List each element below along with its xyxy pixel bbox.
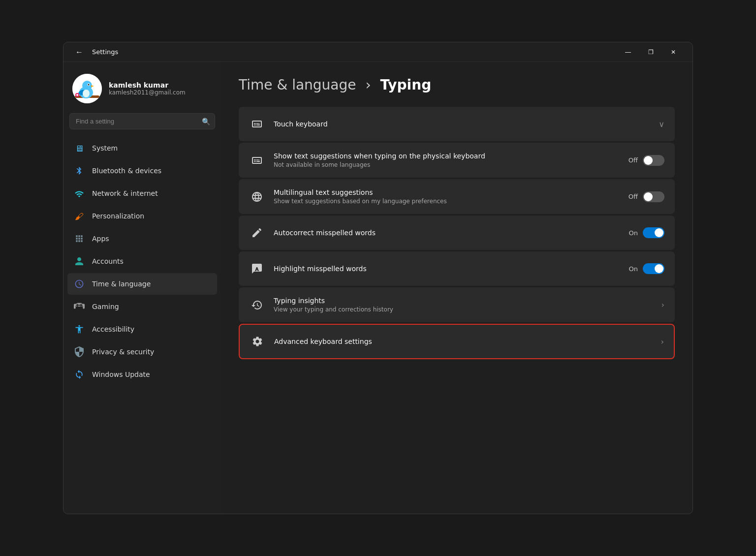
advanced-keyboard-title: Advanced keyboard settings (274, 338, 652, 345)
nav-label-gaming: Gaming (92, 303, 119, 310)
titlebar-title: Settings (92, 48, 118, 56)
touch-keyboard-right: ∨ (659, 120, 664, 129)
system-icon: 🖥 (73, 142, 85, 154)
text-suggestions-toggle-label: Off (629, 156, 638, 164)
text-suggestions-toggle[interactable] (643, 155, 664, 166)
nav-list: 🖥 System Bluetooth & devices Network & i… (67, 137, 217, 385)
nav-label-accessibility: Accessibility (92, 325, 134, 333)
svg-point-8 (83, 90, 90, 97)
privacy-icon (73, 346, 85, 358)
typing-insights-icon (249, 297, 265, 313)
sidebar-item-gaming[interactable]: Gaming (67, 296, 217, 317)
network-icon (73, 187, 85, 199)
back-button[interactable]: ← (71, 46, 87, 59)
setting-advanced-keyboard[interactable]: Advanced keyboard settings › (239, 324, 675, 359)
svg-point-10 (76, 94, 78, 96)
nav-label-time: Time & language (92, 280, 151, 288)
multilingual-content: Multilingual text suggestions Show text … (274, 188, 620, 205)
close-button[interactable]: ✕ (662, 44, 685, 60)
nav-label-update: Windows Update (92, 371, 150, 378)
autocorrect-right: On (629, 227, 664, 238)
user-section: kamlesh kumar kamlesh2011@gmail.com (67, 68, 217, 113)
search-input[interactable] (69, 113, 215, 129)
user-name: kamlesh kumar (109, 81, 186, 89)
autocorrect-toggle[interactable] (643, 227, 664, 238)
search-box: 🔍 (69, 113, 215, 129)
main-content: Time & language › Typing Touch keyboard … (221, 62, 693, 514)
autocorrect-icon (249, 225, 265, 241)
sidebar-item-bluetooth[interactable]: Bluetooth & devices (67, 160, 217, 182)
titlebar-controls: — ❐ ✕ (617, 44, 685, 60)
gaming-icon (73, 301, 85, 312)
multilingual-icon (249, 189, 265, 205)
apps-icon (73, 233, 85, 245)
content-area: kamlesh kumar kamlesh2011@gmail.com 🔍 🖥 … (63, 62, 693, 514)
typing-insights-title: Typing insights (274, 297, 653, 305)
highlight-right: On (629, 263, 664, 274)
user-email: kamlesh2011@gmail.com (109, 89, 186, 96)
nav-label-privacy: Privacy & security (92, 348, 154, 356)
personalization-icon: 🖌 (73, 210, 85, 222)
touch-keyboard-icon (249, 116, 265, 132)
multilingual-toggle[interactable] (643, 191, 664, 202)
sidebar-item-apps[interactable]: Apps (67, 228, 217, 249)
titlebar: ← Settings — ❐ ✕ (63, 42, 693, 62)
typing-insights-right: › (662, 300, 664, 309)
autocorrect-toggle-label: On (629, 229, 638, 237)
sidebar-item-network[interactable]: Network & internet (67, 183, 217, 204)
multilingual-knob (644, 192, 653, 201)
sidebar-item-privacy[interactable]: Privacy & security (67, 341, 217, 363)
avatar (72, 74, 102, 103)
accounts-icon (73, 255, 85, 267)
setting-text-suggestions[interactable]: Show text suggestions when typing on the… (239, 143, 675, 178)
sidebar-item-accounts[interactable]: Accounts (67, 250, 217, 272)
nav-label-network: Network & internet (92, 189, 158, 197)
autocorrect-content: Autocorrect misspelled words (274, 229, 620, 237)
highlight-title: Highlight misspelled words (274, 265, 620, 273)
typing-insights-chevron: › (662, 300, 664, 309)
accessibility-icon (73, 323, 85, 335)
nav-label-system: System (92, 144, 118, 152)
multilingual-right: Off (629, 191, 664, 202)
sidebar: kamlesh kumar kamlesh2011@gmail.com 🔍 🖥 … (63, 62, 221, 514)
multilingual-toggle-label: Off (629, 193, 638, 200)
text-suggestions-icon (249, 153, 265, 168)
breadcrumb-separator: › (365, 77, 375, 93)
advanced-keyboard-content: Advanced keyboard settings (274, 338, 652, 345)
highlight-content: Highlight misspelled words (274, 265, 620, 273)
highlight-icon (249, 261, 265, 277)
multilingual-subtitle: Show text suggestions based on my langua… (274, 198, 620, 205)
minimize-button[interactable]: — (617, 44, 639, 60)
touch-keyboard-content: Touch keyboard (274, 120, 650, 128)
svg-point-3 (82, 81, 92, 91)
maximize-button[interactable]: ❐ (639, 44, 662, 60)
settings-window: ← Settings — ❐ ✕ (63, 42, 693, 514)
typing-insights-subtitle: View your typing and corrections history (274, 306, 653, 313)
text-suggestions-subtitle: Not available in some languages (274, 161, 620, 168)
typing-insights-content: Typing insights View your typing and cor… (274, 297, 653, 313)
nav-label-personalization: Personalization (92, 212, 144, 220)
bluetooth-icon (73, 165, 85, 177)
setting-typing-insights[interactable]: Typing insights View your typing and cor… (239, 287, 675, 322)
titlebar-left: ← Settings (71, 46, 118, 59)
sidebar-item-update[interactable]: Windows Update (67, 364, 217, 385)
multilingual-title: Multilingual text suggestions (274, 188, 620, 196)
user-info: kamlesh kumar kamlesh2011@gmail.com (109, 81, 186, 96)
highlight-toggle[interactable] (643, 263, 664, 274)
highlight-knob (655, 264, 663, 273)
autocorrect-title: Autocorrect misspelled words (274, 229, 620, 237)
sidebar-item-time[interactable]: Time & language (67, 273, 217, 295)
advanced-keyboard-icon (250, 334, 265, 349)
setting-autocorrect[interactable]: Autocorrect misspelled words On (239, 216, 675, 250)
breadcrumb-current: Typing (380, 77, 432, 93)
sidebar-item-accessibility[interactable]: Accessibility (67, 318, 217, 340)
text-suggestions-title: Show text suggestions when typing on the… (274, 152, 620, 160)
setting-highlight[interactable]: Highlight misspelled words On (239, 251, 675, 286)
advanced-keyboard-right: › (661, 337, 664, 346)
text-suggestions-content: Show text suggestions when typing on the… (274, 152, 620, 168)
sidebar-item-system[interactable]: 🖥 System (67, 137, 217, 159)
search-icon: 🔍 (202, 118, 210, 125)
setting-multilingual[interactable]: Multilingual text suggestions Show text … (239, 179, 675, 214)
sidebar-item-personalization[interactable]: 🖌 Personalization (67, 205, 217, 227)
setting-touch-keyboard[interactable]: Touch keyboard ∨ (239, 107, 675, 141)
